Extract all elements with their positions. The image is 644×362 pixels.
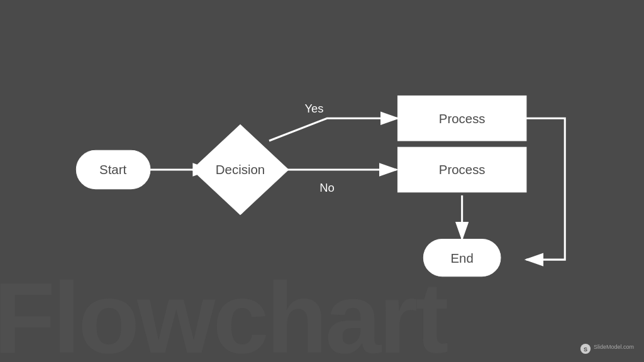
- start-node: Start: [76, 150, 150, 189]
- svg-text:S: S: [584, 346, 587, 353]
- decision-label: Decision: [216, 163, 265, 177]
- end-label: End: [450, 251, 473, 265]
- no-label: No: [319, 181, 335, 194]
- start-label: Start: [99, 163, 126, 177]
- arrow-decision-yes: [269, 118, 397, 141]
- process-top-label: Process: [439, 111, 486, 126]
- branding-label: SlideModel.com: [594, 344, 634, 354]
- process-bottom-label: Process: [439, 163, 486, 177]
- process-top-node: Process: [397, 96, 526, 141]
- branding: S SlideModel.com: [580, 343, 634, 354]
- arrow-process-top-end: [526, 118, 565, 260]
- process-bottom-node: Process: [397, 147, 526, 192]
- yes-label: Yes: [305, 102, 324, 115]
- flowchart-diagram: Yes No Start Decision Process: [38, 38, 616, 302]
- slide-container: Flowchart Yes No: [0, 0, 644, 362]
- end-node: End: [423, 239, 501, 276]
- slidemodel-logo-icon: S: [580, 343, 591, 354]
